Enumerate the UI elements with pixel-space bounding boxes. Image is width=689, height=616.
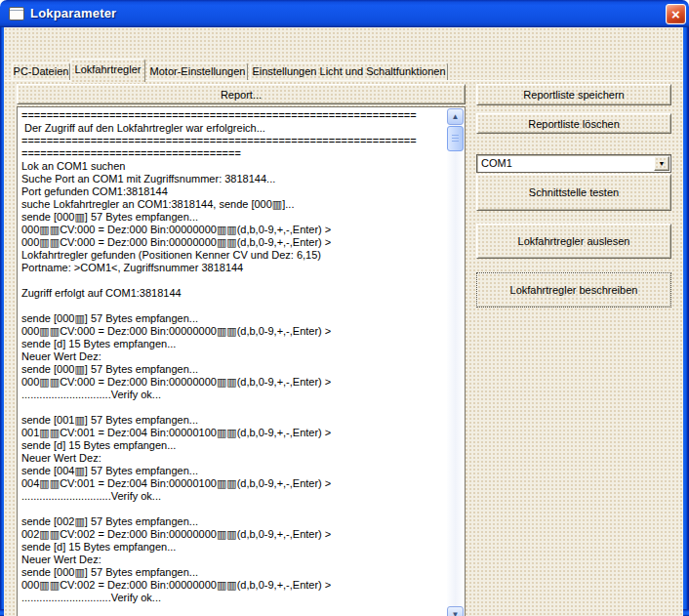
titlebar[interactable]: Lokparameter × <box>0 0 689 27</box>
report-button[interactable]: Report... <box>17 84 466 104</box>
com-port-value: COM1 <box>481 157 512 169</box>
log-scrollbar[interactable]: ▲ ▼ <box>447 108 464 616</box>
report-log-text: ========================================… <box>20 108 446 616</box>
scroll-up-button[interactable]: ▲ <box>447 108 464 125</box>
reportliste-loeschen-button[interactable]: Reportliste löschen <box>476 113 671 134</box>
window-border-right <box>683 27 689 616</box>
tab-einstellungen-licht[interactable]: Einstellungen Licht und Schaltfunktionen <box>250 62 448 81</box>
com-port-select[interactable]: COM1 ▼ <box>476 154 671 173</box>
schnittstelle-testen-button[interactable]: Schnittstelle testen <box>476 174 671 211</box>
scroll-down-button[interactable]: ▼ <box>447 606 464 616</box>
report-log[interactable]: ========================================… <box>17 106 466 616</box>
reportliste-speichern-button[interactable]: Reportliste speichern <box>476 84 671 105</box>
tab-motor-einstellungen[interactable]: Motor-Einstellungen <box>147 62 248 81</box>
chevron-down-icon: ▼ <box>655 157 669 171</box>
combo-dropdown-button[interactable]: ▼ <box>654 156 669 171</box>
tab-pc-dateien[interactable]: PC-Dateien <box>12 62 70 81</box>
tab-page-lokfahrtregler: Report... ==============================… <box>4 81 683 616</box>
window-client-area: PC-Dateien Lokfahrtregler Motor-Einstell… <box>4 27 683 609</box>
scroll-down-icon: ▼ <box>448 607 463 616</box>
tab-lokfahrtregler[interactable]: Lokfahrtregler <box>70 59 145 82</box>
close-icon: × <box>671 6 680 22</box>
scroll-up-icon: ▲ <box>448 109 463 124</box>
lokfahrtregler-beschreiben-button[interactable]: Lokfahrtregler beschreiben <box>476 272 671 308</box>
window-title: Lokparameter <box>30 6 116 21</box>
lokfahrtregler-auslesen-button[interactable]: Lokfahrtregler auslesen <box>476 224 671 259</box>
scrollbar-thumb[interactable] <box>447 126 464 151</box>
window-icon <box>9 7 24 21</box>
close-button[interactable]: × <box>666 4 686 24</box>
lokparameter-window: Lokparameter × PC-Dateien Lokfahrtregler… <box>0 0 689 616</box>
